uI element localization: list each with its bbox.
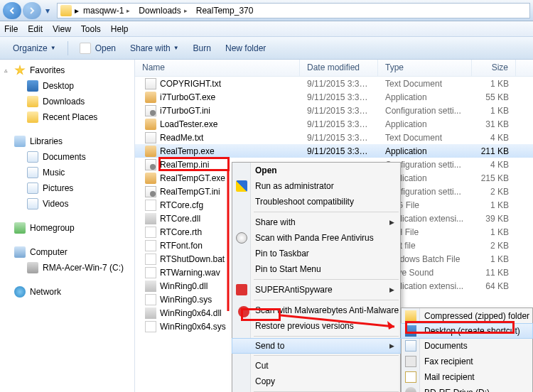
sendto-fax[interactable]: Fax recipient	[402, 354, 532, 369]
fax-icon	[405, 356, 416, 367]
col-name[interactable]: Name	[135, 60, 300, 76]
sendto-mail[interactable]: Mail recipient	[402, 369, 532, 385]
computer-icon	[14, 246, 26, 258]
sendto-bd[interactable]: BD-RE Drive (D:)	[402, 385, 532, 392]
drive-icon	[27, 262, 38, 273]
file-size: 4 KB	[472, 160, 516, 170]
history-dropdown[interactable]: ▾	[43, 2, 53, 19]
file-type: Text Document	[378, 133, 472, 143]
menu-file[interactable]: File	[4, 24, 18, 34]
file-row[interactable]: RealTemp.exe9/11/2015 3:39 PMApplication…	[135, 144, 533, 158]
sendto-documents[interactable]: Documents	[402, 338, 532, 354]
menu-edit[interactable]: Edit	[28, 24, 43, 34]
sas-icon	[236, 284, 247, 295]
file-date: 9/11/2015 3:39 PM	[300, 106, 378, 116]
file-name: RealTempGT.ini	[160, 187, 220, 197]
sidebar-item-videos[interactable]: Videos	[0, 196, 134, 212]
file-icon	[145, 105, 156, 116]
sidebar-network[interactable]: Network	[0, 284, 134, 300]
menu-help[interactable]: Help	[111, 24, 129, 34]
breadcrumb-seg[interactable]: Downloads▸	[134, 4, 191, 18]
file-icon	[145, 200, 156, 211]
breadcrumb[interactable]: ▸ masqww-1▸ Downloads▸ RealTemp_370	[57, 3, 530, 18]
file-name: WinRing0.dll	[160, 281, 208, 291]
file-size: 1 KB	[472, 79, 516, 89]
mail-icon	[405, 371, 416, 383]
file-type: Application	[378, 92, 472, 102]
file-date: 9/11/2015 3:39 PM	[300, 119, 378, 129]
file-row[interactable]: i7TurboGT.ini9/11/2015 3:39 PMConfigurat…	[135, 104, 533, 117]
file-name: RealTemp.ini	[160, 160, 209, 170]
sidebar-item-desktop[interactable]: Desktop	[0, 78, 134, 94]
ctx-sharewith[interactable]: Share with▶	[232, 214, 400, 230]
sidebar: ▵Favorites Desktop Downloads Recent Plac…	[0, 60, 135, 392]
file-row[interactable]: COPYRIGHT.txt9/11/2015 3:39 PMText Docum…	[135, 77, 533, 90]
sendto-submenu: Compressed (zipped) folder Desktop (crea…	[401, 307, 533, 392]
ctx-open[interactable]: Open	[232, 163, 400, 178]
arrow-right-icon	[28, 6, 36, 15]
ctx-malwarebytes[interactable]: Scan with Malwarebytes Anti-Malware	[232, 303, 400, 318]
ctx-cut[interactable]: Cut	[232, 358, 400, 374]
file-size: 211 KB	[472, 146, 516, 156]
sidebar-favorites[interactable]: ▵Favorites	[0, 62, 134, 78]
ctx-pinstart[interactable]: Pin to Start Menu	[232, 261, 400, 277]
newfolder-button[interactable]: New folder	[218, 40, 273, 56]
star-icon	[14, 65, 26, 76]
panda-icon	[236, 232, 247, 244]
sendto-zip[interactable]: Compressed (zipped) folder	[402, 308, 532, 324]
sidebar-item-pictures[interactable]: Pictures	[0, 180, 134, 196]
file-icon	[145, 173, 156, 184]
file-size: 55 KB	[472, 92, 516, 102]
file-name: WinRing0x64.sys	[160, 322, 226, 332]
menu-view[interactable]: View	[53, 24, 71, 34]
sidebar-item-recent[interactable]: Recent Places	[0, 109, 134, 125]
burn-button[interactable]: Burn	[186, 40, 218, 56]
toolbar: Organize▼ Open Share with▼ Burn New fold…	[0, 37, 533, 60]
sendto-desktop[interactable]: Desktop (create shortcut)	[401, 323, 533, 339]
breadcrumb-seg[interactable]: RealTemp_370	[192, 4, 258, 18]
file-name: COPYRIGHT.txt	[160, 79, 221, 89]
file-name: RTCore.cfg	[160, 200, 203, 210]
menu-tools[interactable]: Tools	[81, 24, 101, 34]
file-type: Text Document	[378, 79, 472, 89]
file-name: RealTemp.exe	[160, 146, 215, 156]
file-name: RTCore.dll	[160, 214, 200, 224]
col-type[interactable]: Type	[378, 60, 472, 76]
file-icon	[145, 240, 156, 251]
sidebar-item-music[interactable]: Music	[0, 165, 134, 180]
back-button[interactable]	[3, 2, 21, 19]
ctx-runadmin[interactable]: Run as administrator	[232, 178, 400, 194]
sidebar-item-documents[interactable]: Documents	[0, 149, 134, 165]
breadcrumb-seg[interactable]: masqww-1▸	[79, 4, 134, 18]
forward-button[interactable]	[23, 2, 41, 19]
ctx-restore[interactable]: Restore previous versions	[232, 318, 400, 334]
sidebar-item-downloads[interactable]: Downloads	[0, 94, 134, 109]
share-button[interactable]: Share with▼	[123, 40, 186, 56]
organize-button[interactable]: Organize▼	[6, 40, 63, 56]
sidebar-item-drive-c[interactable]: RMA-Acer-Win-7 (C:)	[0, 260, 134, 276]
ctx-panda[interactable]: Scan with Panda Free Antivirus	[232, 230, 400, 246]
folder-icon	[60, 5, 72, 16]
file-name: LoadTester.exe	[160, 119, 217, 129]
sidebar-libraries[interactable]: Libraries	[0, 134, 134, 149]
ctx-pintaskbar[interactable]: Pin to Taskbar	[232, 246, 400, 261]
open-icon	[80, 43, 91, 54]
file-name: RTShutDown.bat	[160, 254, 225, 264]
file-icon	[145, 186, 156, 197]
ctx-sendto[interactable]: Send to▶	[232, 338, 401, 354]
file-icon	[145, 213, 156, 224]
ctx-troubleshoot[interactable]: Troubleshoot compatibility	[232, 194, 400, 209]
ctx-copy[interactable]: Copy	[232, 374, 400, 389]
videos-icon	[27, 198, 38, 209]
file-row[interactable]: ReadMe.txt9/11/2015 3:39 PMText Document…	[135, 131, 533, 144]
file-size: 64 KB	[472, 281, 516, 291]
sidebar-homegroup[interactable]: Homegroup	[0, 220, 134, 236]
ctx-sas[interactable]: SUPERAntiSpyware▶	[232, 282, 400, 298]
open-button[interactable]: Open	[72, 40, 123, 57]
file-row[interactable]: i7TurboGT.exe9/11/2015 3:39 PMApplicatio…	[135, 90, 533, 104]
sidebar-computer[interactable]: Computer	[0, 244, 134, 260]
col-size[interactable]: Size	[472, 60, 516, 76]
file-row[interactable]: LoadTester.exe9/11/2015 3:39 PMApplicati…	[135, 117, 533, 131]
col-date[interactable]: Date modified	[300, 60, 378, 76]
network-icon	[14, 286, 26, 298]
